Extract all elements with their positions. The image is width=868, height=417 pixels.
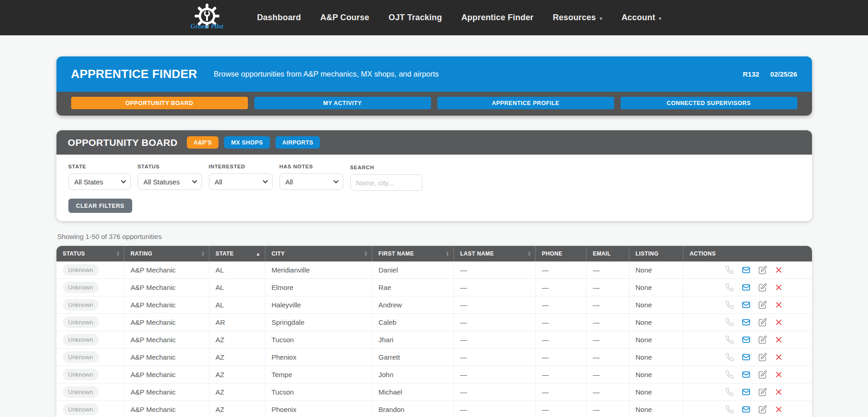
- nav-item-ojt-tracking[interactable]: OJT Tracking: [388, 13, 442, 22]
- delete-icon[interactable]: [775, 353, 783, 361]
- column-header-city[interactable]: CITY▲▼: [265, 246, 372, 261]
- edit-icon[interactable]: [758, 405, 767, 414]
- delete-icon[interactable]: [775, 406, 783, 413]
- delete-icon[interactable]: [775, 266, 783, 274]
- delete-icon[interactable]: [775, 318, 783, 326]
- phone-icon[interactable]: [725, 353, 734, 361]
- delete-icon[interactable]: [775, 284, 783, 291]
- table-row: UnknownA&P MechanicAZTempeJohn———None: [56, 366, 812, 384]
- table-row: UnknownA&P MechanicALMeridianvilleDaniel…: [56, 261, 812, 279]
- mail-icon[interactable]: [742, 370, 750, 379]
- nav-item-resources[interactable]: Resources▾: [553, 13, 602, 22]
- search-input[interactable]: [350, 174, 422, 191]
- status-badge: Unknown: [63, 317, 99, 328]
- tab-opportunity-board[interactable]: OPPORTUNITY BOARD: [71, 97, 248, 109]
- brand-logo[interactable]: Grease Pilot: [188, 2, 226, 34]
- edit-icon[interactable]: [758, 370, 767, 379]
- column-header-label: RATING: [131, 250, 153, 257]
- filter-select-has-notes[interactable]: All: [280, 173, 343, 190]
- filter-select-interested[interactable]: All: [209, 173, 273, 190]
- mail-icon[interactable]: [742, 318, 750, 327]
- cell-rating: A&P Mechanic: [124, 296, 209, 313]
- phone-icon[interactable]: [725, 300, 734, 309]
- cell-state: AR: [209, 314, 265, 331]
- cell-phone: —: [536, 279, 587, 296]
- mail-icon[interactable]: [742, 388, 750, 396]
- phone-icon[interactable]: [725, 335, 734, 344]
- phone-icon[interactable]: [725, 283, 734, 292]
- column-header-label: FIRST NAME: [379, 250, 414, 257]
- filter-label: SEARCH: [350, 165, 422, 170]
- cell-rating: A&P Mechanic: [124, 384, 209, 400]
- nav-item-a-p-course[interactable]: A&P Course: [320, 13, 370, 22]
- phone-icon[interactable]: [725, 388, 734, 396]
- column-header-status[interactable]: STATUS▲▼: [56, 246, 124, 261]
- clear-filters-button[interactable]: CLEAR FILTERS: [68, 199, 132, 213]
- tab-apprentice-profile[interactable]: APPRENTICE PROFILE: [437, 97, 614, 109]
- column-header-label: STATE: [216, 250, 234, 257]
- delete-icon[interactable]: [775, 371, 783, 378]
- mail-icon[interactable]: [742, 283, 750, 292]
- filter-panel: STATEAll StatesSTATUSAll StatusesINTERES…: [56, 155, 812, 221]
- column-header-label: LAST NAME: [460, 250, 494, 257]
- cell-listing: None: [629, 279, 683, 296]
- delete-icon[interactable]: [775, 336, 783, 344]
- cell-last-name: —: [454, 366, 536, 383]
- cell-phone: —: [536, 401, 587, 417]
- edit-icon[interactable]: [758, 266, 767, 274]
- mail-icon[interactable]: [742, 300, 750, 309]
- tab-connected-supervisors[interactable]: CONNECTED SUPERVISORS: [621, 97, 797, 109]
- phone-icon[interactable]: [725, 318, 734, 327]
- phone-icon[interactable]: [725, 266, 734, 274]
- phone-icon[interactable]: [725, 405, 734, 414]
- column-header-rating[interactable]: RATING▲▼: [124, 246, 209, 261]
- tab-my-activity[interactable]: MY ACTIVITY: [254, 97, 431, 109]
- board-tab-airports[interactable]: AIRPORTS: [275, 136, 320, 149]
- board-tab-mx-shops[interactable]: MX SHOPS: [224, 136, 269, 149]
- delete-icon[interactable]: [775, 301, 783, 309]
- column-header-first-name[interactable]: FIRST NAME▲▼: [372, 246, 454, 261]
- cell-rating: A&P Mechanic: [124, 261, 209, 278]
- edit-icon[interactable]: [758, 300, 767, 309]
- edit-icon[interactable]: [758, 353, 767, 361]
- mail-icon[interactable]: [742, 353, 750, 361]
- column-header-listing[interactable]: LISTING: [629, 246, 683, 261]
- column-header-label: EMAIL: [593, 250, 611, 257]
- cell-city: Springdale: [265, 314, 372, 331]
- nav-item-dashboard[interactable]: Dashboard: [257, 13, 301, 22]
- edit-icon[interactable]: [758, 335, 767, 344]
- board-tab-a-p-s[interactable]: A&P'S: [187, 136, 219, 149]
- cell-listing: None: [629, 331, 683, 348]
- cell-actions: [683, 331, 812, 348]
- edit-icon[interactable]: [758, 388, 767, 396]
- cell-status: Unknown: [56, 296, 124, 313]
- column-header-last-name[interactable]: LAST NAME▲▼: [454, 246, 536, 261]
- column-header-state[interactable]: STATE▲: [209, 246, 265, 261]
- nav-item-apprentice-finder[interactable]: Apprentice Finder: [461, 13, 533, 22]
- table-row: UnknownA&P MechanicAZPhoenixBrandon———No…: [56, 401, 812, 417]
- edit-icon[interactable]: [758, 283, 767, 292]
- mail-icon[interactable]: [742, 266, 750, 274]
- filter-has-notes: HAS NOTESAll: [280, 164, 343, 191]
- mail-icon[interactable]: [742, 405, 750, 414]
- table-body: UnknownA&P MechanicALMeridianvilleDaniel…: [56, 261, 812, 417]
- cell-email: —: [587, 296, 629, 313]
- cell-listing: None: [629, 261, 683, 278]
- nav-item-label: Apprentice Finder: [461, 13, 533, 22]
- column-header-phone[interactable]: PHONE: [536, 246, 587, 261]
- nav-item-account[interactable]: Account▾: [622, 13, 661, 22]
- filter-select-state[interactable]: All States: [68, 173, 131, 190]
- filter-select-status[interactable]: All Statuses: [138, 173, 202, 190]
- status-badge: Unknown: [63, 404, 99, 415]
- column-header-actions[interactable]: ACTIONS: [683, 246, 812, 261]
- cell-listing: None: [629, 401, 683, 417]
- cell-status: Unknown: [56, 279, 124, 296]
- column-header-email[interactable]: EMAIL: [587, 246, 629, 261]
- cell-email: —: [587, 384, 629, 400]
- mail-icon[interactable]: [742, 335, 750, 344]
- phone-icon[interactable]: [725, 370, 734, 379]
- edit-icon[interactable]: [758, 318, 767, 327]
- cell-city: Meridianville: [265, 261, 372, 278]
- cell-status: Unknown: [56, 349, 124, 366]
- delete-icon[interactable]: [775, 388, 783, 396]
